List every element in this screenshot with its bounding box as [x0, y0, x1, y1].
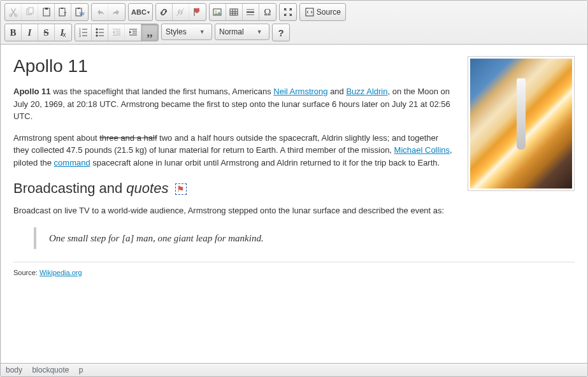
format-select[interactable]: Normal▼: [215, 24, 269, 40]
svg-rect-3: [29, 8, 33, 13]
anchor-flag-icon[interactable]: ⚑: [175, 183, 187, 195]
link-armstrong[interactable]: Neil Armstrong: [273, 87, 327, 96]
content-image[interactable]: [468, 56, 575, 191]
svg-line-12: [176, 8, 184, 16]
svg-text:T: T: [64, 11, 67, 17]
italic-button[interactable]: I: [22, 24, 38, 41]
svg-rect-7: [61, 8, 63, 9]
strike-text: three and a half: [99, 133, 157, 143]
paragraph[interactable]: Broadcast on live TV to a world-wide aud…: [13, 204, 575, 217]
svg-point-15: [215, 11, 217, 13]
special-char-button[interactable]: Ω: [259, 4, 276, 20]
indent-button[interactable]: [125, 24, 141, 41]
path-p[interactable]: p: [79, 366, 83, 374]
blockquote-button[interactable]: ,,: [141, 24, 158, 41]
bold-text: Apollo 11: [13, 87, 51, 96]
svg-text:W: W: [80, 11, 85, 17]
blockquote[interactable]: One small step for [a] man, one giant le…: [34, 227, 575, 250]
copy-button[interactable]: [22, 4, 38, 20]
about-button[interactable]: ?: [273, 24, 289, 41]
elements-path-bar: body blockquote p: [1, 363, 587, 376]
path-body[interactable]: body: [6, 366, 22, 374]
editor-toolbar: T W ABC▾ Ω: [1, 1, 587, 45]
numbered-list-button[interactable]: 123: [75, 24, 92, 41]
cut-button[interactable]: [5, 4, 22, 20]
svg-rect-5: [45, 8, 48, 10]
paste-word-button[interactable]: W: [71, 4, 88, 20]
svg-rect-10: [78, 8, 80, 9]
outdent-button[interactable]: [108, 24, 125, 41]
styles-select[interactable]: Styles▼: [161, 24, 212, 40]
svg-rect-16: [230, 9, 238, 15]
svg-point-31: [96, 29, 97, 30]
bold-button[interactable]: B: [5, 24, 22, 41]
source-line[interactable]: Source: Wikipedia.org: [13, 267, 575, 278]
svg-point-33: [96, 35, 97, 36]
paste-text-button[interactable]: T: [55, 4, 71, 20]
svg-point-32: [96, 32, 97, 33]
remove-format-button[interactable]: Ix: [55, 24, 71, 41]
unlink-button[interactable]: [173, 4, 189, 20]
anchor-button[interactable]: [189, 4, 206, 20]
horizontal-rule-button[interactable]: [243, 4, 259, 20]
undo-button[interactable]: [92, 4, 108, 20]
spellcheck-button[interactable]: ABC▾: [129, 4, 152, 20]
rich-text-editor: T W ABC▾ Ω: [0, 0, 588, 377]
link-button[interactable]: [156, 4, 173, 20]
path-blockquote[interactable]: blockquote: [32, 366, 69, 374]
image-button[interactable]: [210, 4, 226, 20]
link-command[interactable]: command: [54, 158, 90, 167]
link-wikipedia[interactable]: Wikipedia.org: [39, 269, 82, 276]
table-button[interactable]: [226, 4, 243, 20]
source-button[interactable]: Source: [300, 4, 345, 20]
link-aldrin[interactable]: Buzz Aldrin: [346, 87, 387, 96]
link-collins[interactable]: Michael Collins: [394, 145, 450, 155]
svg-text:3: 3: [79, 34, 81, 38]
editor-content[interactable]: Apollo 11 Apollo 11 was the spaceflight …: [1, 45, 587, 363]
maximize-button[interactable]: [280, 4, 296, 20]
bullet-list-button[interactable]: [92, 24, 108, 41]
horizontal-rule: [13, 262, 575, 262]
paste-button[interactable]: [38, 4, 55, 20]
redo-button[interactable]: [108, 4, 125, 20]
strike-button[interactable]: S: [38, 24, 55, 41]
